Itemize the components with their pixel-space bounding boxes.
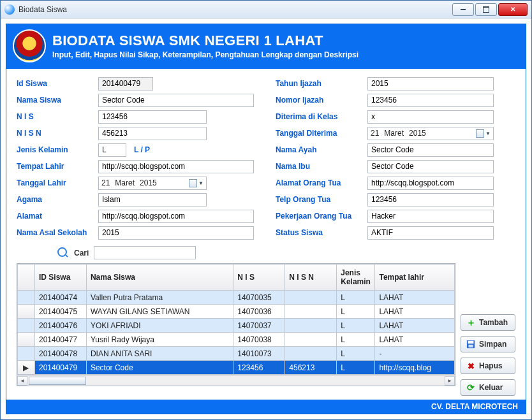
col-jk[interactable]: Jenis Kelamin	[337, 264, 375, 291]
row-header-col[interactable]	[18, 264, 35, 291]
id-siswa-input	[98, 77, 153, 91]
table-row[interactable]: 201400474Vallen Putra Pratama14070035LLA…	[18, 291, 455, 305]
thn-ijazah-input[interactable]	[367, 77, 494, 91]
label-alamat-ortu: Alamat Orang Tua	[276, 178, 367, 187]
table-row[interactable]: 201400477Yusril Rady Wijaya14070038LLAHA…	[18, 333, 455, 347]
search-input[interactable]	[94, 246, 196, 259]
tgl-lahir-picker[interactable]: 21 Maret 2015 ▼	[98, 177, 207, 190]
refresh-icon: ⟳	[466, 383, 475, 392]
titlebar[interactable]: Biodata Siswa	[1, 1, 531, 18]
status-input[interactable]	[367, 226, 494, 240]
label-alamat: Alamat	[17, 212, 98, 221]
minimize-button[interactable]	[452, 3, 474, 16]
jk-input[interactable]	[98, 143, 126, 157]
jk-hint: L / P	[134, 145, 150, 154]
tgl-diterima-picker[interactable]: 21 Maret 2015 ▼	[367, 127, 494, 140]
save-icon	[466, 340, 475, 349]
grid-hscrollbar[interactable]: ◄►	[17, 375, 455, 386]
no-ijazah-input[interactable]	[367, 94, 494, 107]
table-row[interactable]: 201400478DIAN ANITA SARI14010073L-	[18, 347, 455, 361]
delete-icon: ✖	[466, 361, 475, 370]
col-tempat-lahir[interactable]: Tempat lahir	[375, 264, 455, 291]
app-window: Biodata Siswa BIODATA SISWA SMK NEGERI 1…	[0, 0, 532, 420]
page-title: BIODATA SISWA SMK NEGERI 1 LAHAT	[52, 33, 358, 49]
app-icon	[4, 4, 15, 15]
nama-siswa-input[interactable]	[98, 94, 254, 107]
tambah-button[interactable]: ＋ Tambah	[461, 314, 515, 331]
label-pekerjaan-ortu: Pekerjaan Orang Tua	[276, 212, 367, 221]
search-label: Cari	[74, 249, 89, 257]
nisn-input[interactable]	[98, 127, 207, 140]
label-tgl-diterima: Tanggal Diterima	[276, 129, 367, 138]
table-row[interactable]: 201400476YOKI AFRIADI14070037LLAHAT	[18, 319, 455, 333]
search-icon	[57, 247, 69, 259]
alamat-input[interactable]	[98, 210, 254, 223]
label-nama-siswa: Nama Siswa	[17, 96, 98, 105]
label-id-siswa: Id Siswa	[17, 79, 98, 88]
nama-ibu-input[interactable]	[367, 160, 494, 173]
label-tgl-lahir: Tanggal Lahir	[17, 178, 98, 187]
asal-sekolah-input[interactable]	[98, 226, 254, 240]
nama-ayah-input[interactable]	[367, 143, 494, 157]
pekerjaan-ortu-input[interactable]	[367, 210, 494, 223]
label-telp-ortu: Telp Orang Tua	[276, 195, 367, 204]
window-title: Biodata Siswa	[18, 5, 451, 14]
svg-rect-1	[468, 341, 474, 344]
label-nama-ibu: Nama Ibu	[276, 162, 367, 171]
plus-icon: ＋	[466, 318, 475, 327]
table-row[interactable]: ▶201400479Sector Code123456456213Lhttp:/…	[18, 361, 455, 375]
label-diterima: Diterima di Kelas	[276, 112, 367, 121]
nis-input[interactable]	[98, 110, 207, 124]
col-nis[interactable]: N I S	[233, 264, 285, 291]
label-jk: Jenis Kelamin	[17, 145, 98, 154]
label-no-ijazah: Nomor Ijazah	[276, 96, 367, 105]
agama-input[interactable]	[98, 193, 207, 206]
label-tempat-lahir: Tempat Lahir	[17, 162, 98, 171]
table-row[interactable]: 201400475WAYAN GILANG SETIAWAN14070036LL…	[18, 305, 455, 319]
label-nisn: N I S N	[17, 129, 98, 138]
diterima-input[interactable]	[367, 110, 494, 124]
alamat-ortu-input[interactable]	[367, 177, 494, 190]
label-status: Status Siswa	[276, 228, 367, 237]
label-nama-ayah: Nama Ayah	[276, 145, 367, 154]
footer-text: CV. DELTA MICROTECH	[6, 400, 526, 414]
page-subtitle: Input, Edit, Hapus Nilai Sikap, Keteramp…	[52, 50, 358, 59]
simpan-button[interactable]: Simpan	[461, 336, 515, 352]
label-asal-sekolah: Nama Asal Sekolah	[17, 228, 98, 237]
label-thn-ijazah: Tahun Ijazah	[276, 79, 367, 88]
label-nis: N I S	[17, 112, 98, 121]
label-agama: Agama	[17, 195, 98, 204]
data-grid[interactable]: ID Siswa Nama Siswa N I S N I S N Jenis …	[17, 263, 455, 375]
col-id-siswa[interactable]: ID Siswa	[34, 264, 86, 291]
header-banner: BIODATA SISWA SMK NEGERI 1 LAHAT Input, …	[6, 24, 526, 69]
hapus-button[interactable]: ✖ Hapus	[461, 358, 515, 374]
maximize-button[interactable]	[475, 3, 497, 16]
svg-rect-2	[469, 345, 473, 347]
tempat-lahir-input[interactable]	[98, 160, 254, 173]
keluar-button[interactable]: ⟳ Keluar	[461, 379, 515, 396]
telp-ortu-input[interactable]	[367, 193, 494, 206]
close-button[interactable]	[498, 3, 528, 16]
col-nisn[interactable]: N I S N	[285, 264, 337, 291]
col-nama-siswa[interactable]: Nama Siswa	[86, 264, 233, 291]
school-logo	[13, 29, 46, 62]
